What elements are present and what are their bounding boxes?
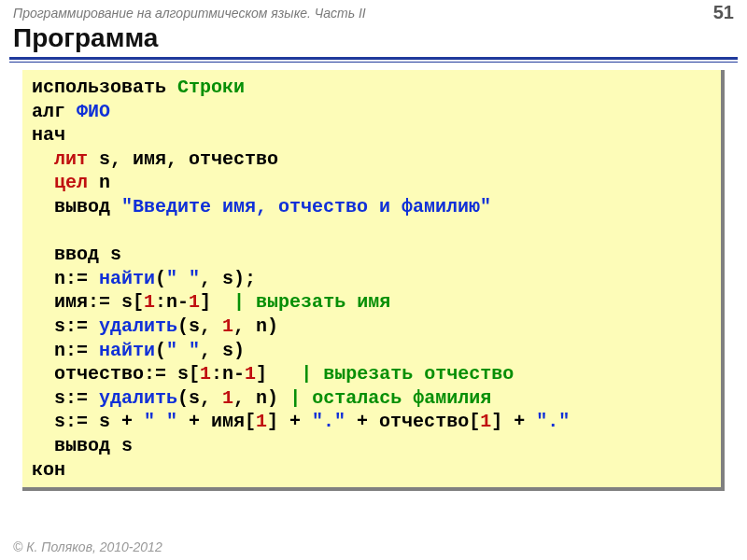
fn-find2: найти — [99, 340, 155, 361]
nvar: n — [99, 172, 110, 193]
vars-decl: s, имя, отчество — [99, 148, 278, 170]
ident-stroki: Строки — [177, 77, 245, 98]
page-number: 51 — [713, 2, 734, 23]
cnm2: :n- — [211, 363, 245, 385]
title-divider-thin — [9, 62, 738, 63]
space2: " " — [166, 340, 200, 361]
dot2: "." — [536, 411, 570, 432]
n1a: 1 — [144, 291, 155, 313]
n1f: 1 — [222, 387, 233, 409]
kw-nach: нач — [32, 124, 65, 146]
kw-cel: цел — [54, 172, 88, 193]
space3: " " — [144, 411, 177, 432]
cnm1: :n- — [155, 291, 189, 313]
plus-imya: + имя[ — [177, 411, 256, 432]
space1: " " — [166, 268, 200, 289]
n1b: 1 — [189, 291, 200, 313]
assign-n2: n:= — [54, 340, 99, 361]
slide: Программирование на алгоритмическом язык… — [0, 0, 747, 560]
title-divider-thick — [9, 57, 738, 60]
op4: ( — [177, 387, 189, 409]
cmt-cut-name: | вырезать имя — [233, 291, 390, 313]
cmt-cut-otch: | вырезать отчество — [301, 363, 514, 385]
cp2: ] + — [491, 411, 536, 432]
kw-alg: алг — [32, 101, 65, 122]
cb1: ] — [200, 291, 211, 313]
n1d: 1 — [200, 363, 211, 385]
ident-fio: ФИО — [77, 101, 110, 122]
header-bar: Программирование на алгоритмическом язык… — [0, 0, 747, 23]
page-title: Программа — [0, 23, 747, 57]
dot1: "." — [312, 411, 345, 432]
s-concat: s:= s + — [54, 411, 144, 432]
op2: ( — [177, 315, 189, 337]
cn2: , n) — [233, 387, 278, 409]
fn-del1: удалить — [99, 315, 177, 337]
cp1: ] + — [267, 411, 312, 432]
kw-lit: лит — [54, 148, 88, 170]
op3: ( — [155, 340, 166, 361]
n1g: 1 — [256, 411, 267, 432]
code-block: использовать Строки алг ФИО нач лит s, и… — [22, 70, 725, 491]
assign-s-del2: s:= — [54, 387, 99, 409]
kw-use: использовать — [32, 77, 166, 98]
prompt-str: "Введите имя, отчество и фамилию" — [121, 196, 491, 217]
n1e: 1 — [245, 363, 256, 385]
assign-name: имя:= s[ — [54, 291, 144, 313]
n1h: 1 — [480, 411, 491, 432]
kw-kon: кон — [32, 459, 65, 481]
cmt-left-fam: | осталась фамилия — [289, 387, 491, 409]
assign-s-del1: s:= — [54, 315, 99, 337]
open-par1: ( — [155, 268, 166, 289]
assign-otch: отчество:= s[ — [54, 363, 200, 385]
kw-vyvod1: вывод — [54, 196, 110, 217]
assign-n: n:= — [54, 268, 99, 289]
vvod-s: ввод s — [54, 244, 121, 265]
comma-s1: , s); — [200, 268, 256, 289]
comma-s2: , s) — [200, 340, 245, 361]
subject-line: Программирование на алгоритмическом язык… — [13, 6, 366, 21]
vyvod-s: вывод s — [54, 435, 133, 456]
fn-find1: найти — [99, 268, 155, 289]
fn-del2: удалить — [99, 387, 177, 409]
footer-copyright: © К. Поляков, 2010-2012 — [13, 539, 162, 554]
cb2: ] — [256, 363, 267, 385]
cn1: , n) — [233, 315, 278, 337]
cs2: , — [200, 387, 222, 409]
plus-otch: + отчество[ — [345, 411, 480, 432]
cs1: , — [200, 315, 222, 337]
n1c: 1 — [222, 315, 233, 337]
